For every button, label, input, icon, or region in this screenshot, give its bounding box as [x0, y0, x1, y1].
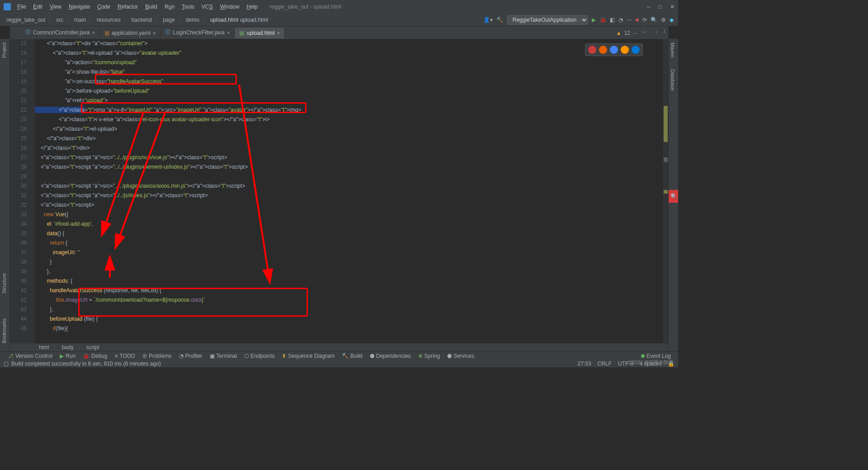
search-icon[interactable]: 🔍 [651, 17, 657, 23]
menu-edit[interactable]: Edit [30, 3, 45, 11]
services-tool[interactable]: ⬣Services [443, 353, 478, 359]
vertical-scrollbar[interactable] [663, 39, 668, 343]
bookmarks-tool[interactable]: Bookmarks [0, 315, 8, 347]
html-breadcrumb: html〉 body〉 script [10, 343, 668, 351]
debug-tool[interactable]: 🐞Debug [79, 353, 111, 359]
titlebar: File Edit View Navigate Code Refactor Bu… [0, 0, 678, 14]
stop-button[interactable]: ■ [636, 17, 639, 23]
chevron-up-icon[interactable]: ︿ [633, 29, 638, 37]
line-gutter: 1516171819202122232425262728293031323334… [10, 39, 35, 343]
close-icon[interactable]: × [277, 30, 280, 36]
main-menu: File Edit View Navigate Code Refactor Bu… [14, 3, 260, 11]
pin-icon[interactable]: ⁝ [656, 29, 657, 35]
menu-help[interactable]: Help [244, 3, 260, 11]
close-button[interactable]: ✕ [670, 4, 675, 10]
crumb-7[interactable]: upload.html [208, 17, 240, 23]
close-icon[interactable]: × [153, 30, 156, 36]
editor-tabs: ⒸCommonController.java× ▦application.yam… [10, 26, 668, 39]
avatar-icon[interactable]: ◆ [670, 17, 674, 23]
build-tool[interactable]: 🔨Build [338, 353, 366, 359]
deps-tool[interactable]: ⬢Dependencies [366, 353, 415, 359]
problems-tool[interactable]: ⊘Problems [139, 353, 175, 359]
app-logo-icon [4, 3, 11, 10]
caret-position[interactable]: 27:53 [578, 361, 591, 367]
todo-tool[interactable]: ≡TODO [111, 353, 138, 359]
left-tool-rail: Project Structure Bookmarks [0, 39, 10, 351]
event-log[interactable]: Event Log [637, 353, 675, 359]
menu-window[interactable]: Window [217, 3, 242, 11]
close-icon[interactable]: × [92, 30, 94, 35]
project-tool[interactable]: Project [0, 39, 8, 62]
tab-commoncontroller[interactable]: ⒸCommonController.java× [21, 26, 100, 38]
window-title: reggie_take_out - upload.html [269, 4, 341, 10]
maven-tool[interactable]: Maven [669, 39, 677, 61]
crumb-4[interactable]: backend [130, 17, 154, 23]
warning-icon: ▲ [616, 30, 622, 36]
structure-tool[interactable]: Structure [0, 270, 8, 297]
debug-button[interactable]: 🐞 [599, 17, 606, 23]
line-separator[interactable]: CRLF [598, 361, 612, 367]
coverage-button[interactable]: ◧ [610, 17, 615, 23]
crumb-6[interactable]: demo [184, 17, 201, 23]
status-icon[interactable]: ▢ [4, 361, 9, 367]
menu-code[interactable]: Code [94, 3, 113, 11]
menu-refactor[interactable]: Refactor [115, 3, 141, 11]
status-message: Build completed successfully in 6 sec, 8… [11, 361, 161, 367]
user-icon[interactable]: 👤▾ [483, 17, 493, 23]
crumb-1[interactable]: src [54, 17, 65, 23]
inspection-widget[interactable]: ▲ 12 ︿ ﹀ [616, 29, 646, 37]
more-run-icon[interactable]: ⋯ [627, 17, 632, 23]
endpoints-tool[interactable]: ⬡Endpoints [241, 353, 278, 359]
crumb-2[interactable]: main [72, 17, 88, 23]
chevron-down-icon[interactable]: ﹀ [641, 29, 646, 37]
tab-application-yaml[interactable]: ▦application.yaml× [100, 28, 160, 38]
menu-file[interactable]: File [14, 3, 28, 11]
watermark: CSDN @我爱布朗熊 [628, 359, 674, 366]
menu-vcs[interactable]: VCS [199, 3, 216, 11]
crumb-0[interactable]: reggie_take_out [5, 17, 47, 23]
terminal-tool[interactable]: ▣Terminal [206, 353, 241, 359]
tab-upload-html[interactable]: ▦upload.html× [235, 28, 284, 38]
minimize-button[interactable]: ─ [646, 4, 651, 10]
crumb-5[interactable]: page [161, 17, 177, 23]
menu-tools[interactable]: Tools [179, 3, 197, 11]
build-hammer-icon[interactable]: 🔨 [496, 17, 503, 23]
menu-view[interactable]: View [47, 3, 64, 11]
vc-tool[interactable]: ⎇Version Control [4, 353, 56, 359]
maximize-button[interactable]: □ [659, 4, 662, 10]
editor-area: ⒸCommonController.java× ▦application.yam… [10, 26, 668, 351]
run-config-select[interactable]: ReggieTakeOutApplication [507, 15, 588, 25]
navigation-bar: reggie_take_out〉 src〉 main〉 resources〉 b… [0, 14, 678, 26]
profile-button[interactable]: ◔ [618, 17, 623, 23]
status-bar: ▢ Build completed successfully in 6 sec,… [0, 360, 678, 367]
crumb-3[interactable]: resources [95, 17, 123, 23]
database-tool[interactable]: Database [669, 66, 677, 94]
seqdiag-tool[interactable]: ⬍Sequence Diagram [278, 353, 338, 359]
tab-logincheckfilter[interactable]: ⒸLoginCheckFilter.java× [160, 26, 235, 38]
settings-icon[interactable]: ⚙ [661, 17, 666, 23]
git-update-icon[interactable]: ⟳ [642, 17, 647, 23]
window-controls: ─ □ ✕ [646, 4, 675, 10]
right-tool-rail: Maven Database 🔍 [668, 39, 678, 351]
menu-build[interactable]: Build [142, 3, 160, 11]
find-tool-icon[interactable]: 🔍 [669, 190, 678, 203]
bottom-toolbar: ⎇Version Control ▶Run 🐞Debug ≡TODO ⊘Prob… [0, 351, 678, 360]
close-icon[interactable]: × [227, 30, 230, 35]
menu-navigate[interactable]: Navigate [66, 3, 93, 11]
spring-tool[interactable]: ❀Spring [415, 353, 444, 359]
run-tool[interactable]: ▶Run [56, 353, 79, 359]
run-button[interactable]: ▶ [592, 17, 596, 23]
tabs-more-icon[interactable]: ⁝ [664, 28, 665, 34]
code-editor[interactable]: <"a">class="t">div "a">class="container"… [35, 39, 650, 343]
profiler-tool[interactable]: ◔Profiler [175, 353, 206, 359]
menu-run[interactable]: Run [162, 3, 177, 11]
